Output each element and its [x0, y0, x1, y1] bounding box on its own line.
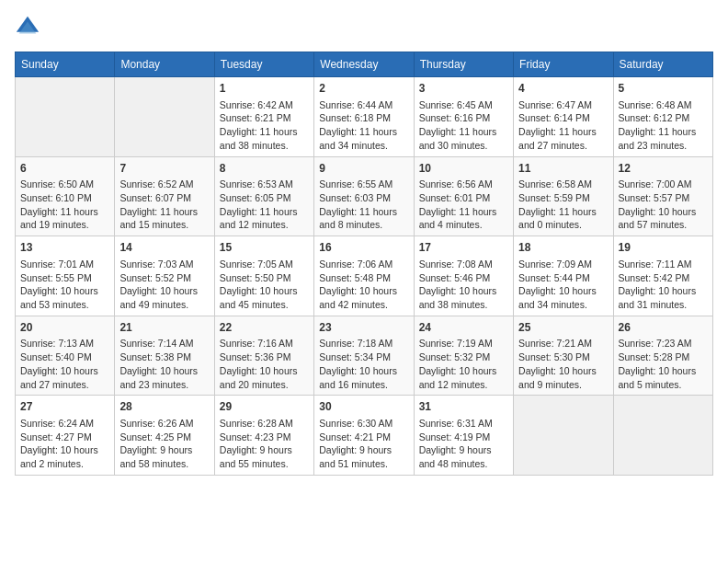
day-number: 30: [319, 399, 408, 415]
calendar-cell: 3Sunrise: 6:45 AMSunset: 6:16 PMDaylight…: [414, 77, 513, 157]
calendar-cell: 30Sunrise: 6:30 AMSunset: 4:21 PMDayligh…: [314, 396, 414, 476]
day-number: 27: [20, 399, 109, 415]
cell-info: Sunrise: 7:09 AMSunset: 5:44 PMDaylight:…: [518, 258, 608, 312]
day-number: 12: [619, 161, 708, 177]
calendar-cell: 4Sunrise: 6:47 AMSunset: 6:14 PMDaylight…: [514, 77, 613, 157]
calendar-cell: 25Sunrise: 7:21 AMSunset: 5:30 PMDayligh…: [514, 316, 613, 396]
calendar-cell: 16Sunrise: 7:06 AMSunset: 5:48 PMDayligh…: [314, 236, 414, 316]
cell-info: Sunrise: 6:58 AMSunset: 5:59 PMDaylight:…: [518, 178, 608, 232]
day-number: 9: [319, 161, 408, 177]
cell-info: Sunrise: 7:21 AMSunset: 5:30 PMDaylight:…: [518, 337, 608, 391]
cell-info: Sunrise: 7:16 AMSunset: 5:36 PMDaylight:…: [220, 337, 309, 391]
day-of-week-header: Wednesday: [314, 52, 414, 77]
cell-info: Sunrise: 7:19 AMSunset: 5:32 PMDaylight:…: [419, 337, 508, 391]
cell-info: Sunrise: 7:00 AMSunset: 5:57 PMDaylight:…: [619, 178, 708, 232]
cell-info: Sunrise: 6:44 AMSunset: 6:18 PMDaylight:…: [319, 98, 408, 153]
calendar-cell: [613, 396, 712, 476]
cell-info: Sunrise: 7:11 AMSunset: 5:42 PMDaylight:…: [619, 258, 708, 312]
calendar-cell: 17Sunrise: 7:08 AMSunset: 5:46 PMDayligh…: [414, 236, 513, 316]
cell-info: Sunrise: 7:06 AMSunset: 5:48 PMDaylight:…: [319, 258, 408, 312]
day-of-week-header: Tuesday: [214, 52, 313, 77]
cell-info: Sunrise: 6:56 AMSunset: 6:01 PMDaylight:…: [419, 178, 508, 232]
day-number: 31: [419, 399, 508, 415]
cell-info: Sunrise: 6:53 AMSunset: 6:05 PMDaylight:…: [220, 178, 309, 232]
calendar-cell: 28Sunrise: 6:26 AMSunset: 4:25 PMDayligh…: [115, 396, 214, 476]
calendar-cell: [16, 77, 115, 157]
day-number: 17: [419, 240, 508, 256]
cell-info: Sunrise: 7:05 AMSunset: 5:50 PMDaylight:…: [220, 258, 309, 312]
cell-info: Sunrise: 6:48 AMSunset: 6:12 PMDaylight:…: [619, 98, 708, 153]
day-number: 3: [419, 81, 508, 97]
page-header: [15, 15, 713, 40]
day-of-week-header: Friday: [514, 52, 613, 77]
calendar-cell: 24Sunrise: 7:19 AMSunset: 5:32 PMDayligh…: [414, 316, 513, 396]
calendar-cell: 2Sunrise: 6:44 AMSunset: 6:18 PMDaylight…: [314, 77, 414, 157]
calendar-cell: 6Sunrise: 6:50 AMSunset: 6:10 PMDaylight…: [16, 156, 115, 236]
cell-info: Sunrise: 6:50 AMSunset: 6:10 PMDaylight:…: [20, 178, 109, 232]
cell-info: Sunrise: 6:26 AMSunset: 4:25 PMDaylight:…: [119, 417, 209, 471]
day-number: 15: [220, 240, 309, 256]
day-number: 1: [220, 81, 309, 97]
day-number: 25: [518, 320, 608, 336]
day-number: 14: [119, 240, 209, 256]
calendar-cell: 22Sunrise: 7:16 AMSunset: 5:36 PMDayligh…: [214, 316, 313, 396]
calendar-cell: 14Sunrise: 7:03 AMSunset: 5:52 PMDayligh…: [115, 236, 214, 316]
calendar-cell: 18Sunrise: 7:09 AMSunset: 5:44 PMDayligh…: [514, 236, 613, 316]
cell-info: Sunrise: 6:24 AMSunset: 4:27 PMDaylight:…: [20, 417, 109, 471]
calendar-cell: 23Sunrise: 7:18 AMSunset: 5:34 PMDayligh…: [314, 316, 414, 396]
day-number: 20: [20, 320, 109, 336]
day-number: 4: [518, 81, 608, 97]
calendar-cell: 12Sunrise: 7:00 AMSunset: 5:57 PMDayligh…: [613, 156, 712, 236]
calendar-cell: 8Sunrise: 6:53 AMSunset: 6:05 PMDaylight…: [214, 156, 313, 236]
day-number: 18: [518, 240, 608, 256]
calendar-week-row: 27Sunrise: 6:24 AMSunset: 4:27 PMDayligh…: [16, 396, 713, 476]
day-number: 26: [619, 320, 708, 336]
cell-info: Sunrise: 6:31 AMSunset: 4:19 PMDaylight:…: [419, 417, 508, 471]
cell-info: Sunrise: 6:28 AMSunset: 4:23 PMDaylight:…: [220, 417, 309, 471]
day-number: 13: [20, 240, 109, 256]
day-of-week-header: Sunday: [16, 52, 115, 77]
day-number: 8: [220, 161, 309, 177]
day-number: 16: [319, 240, 408, 256]
day-number: 23: [319, 320, 408, 336]
calendar-cell: 11Sunrise: 6:58 AMSunset: 5:59 PMDayligh…: [514, 156, 613, 236]
day-of-week-header: Saturday: [613, 52, 712, 77]
logo: [15, 15, 44, 40]
logo-icon: [15, 15, 40, 40]
cell-info: Sunrise: 7:13 AMSunset: 5:40 PMDaylight:…: [20, 337, 109, 391]
calendar-header-row: SundayMondayTuesdayWednesdayThursdayFrid…: [16, 52, 713, 77]
cell-info: Sunrise: 6:52 AMSunset: 6:07 PMDaylight:…: [119, 178, 209, 232]
day-number: 10: [419, 161, 508, 177]
calendar-cell: 21Sunrise: 7:14 AMSunset: 5:38 PMDayligh…: [115, 316, 214, 396]
calendar-cell: 20Sunrise: 7:13 AMSunset: 5:40 PMDayligh…: [16, 316, 115, 396]
calendar-week-row: 6Sunrise: 6:50 AMSunset: 6:10 PMDaylight…: [16, 156, 713, 236]
day-of-week-header: Thursday: [414, 52, 513, 77]
calendar-cell: 10Sunrise: 6:56 AMSunset: 6:01 PMDayligh…: [414, 156, 513, 236]
day-number: 7: [119, 161, 209, 177]
calendar-cell: 26Sunrise: 7:23 AMSunset: 5:28 PMDayligh…: [613, 316, 712, 396]
day-number: 24: [419, 320, 508, 336]
day-number: 19: [619, 240, 708, 256]
calendar-cell: 9Sunrise: 6:55 AMSunset: 6:03 PMDaylight…: [314, 156, 414, 236]
calendar-cell: 13Sunrise: 7:01 AMSunset: 5:55 PMDayligh…: [16, 236, 115, 316]
cell-info: Sunrise: 7:08 AMSunset: 5:46 PMDaylight:…: [419, 258, 508, 312]
calendar-cell: 15Sunrise: 7:05 AMSunset: 5:50 PMDayligh…: [214, 236, 313, 316]
calendar-week-row: 1Sunrise: 6:42 AMSunset: 6:21 PMDaylight…: [16, 77, 713, 157]
calendar-cell: 19Sunrise: 7:11 AMSunset: 5:42 PMDayligh…: [613, 236, 712, 316]
cell-info: Sunrise: 7:23 AMSunset: 5:28 PMDaylight:…: [619, 337, 708, 391]
cell-info: Sunrise: 6:30 AMSunset: 4:21 PMDaylight:…: [319, 417, 408, 471]
cell-info: Sunrise: 6:47 AMSunset: 6:14 PMDaylight:…: [518, 98, 608, 153]
calendar-week-row: 13Sunrise: 7:01 AMSunset: 5:55 PMDayligh…: [16, 236, 713, 316]
cell-info: Sunrise: 6:45 AMSunset: 6:16 PMDaylight:…: [419, 98, 508, 153]
calendar-cell: [514, 396, 613, 476]
calendar-cell: 5Sunrise: 6:48 AMSunset: 6:12 PMDaylight…: [613, 77, 712, 157]
day-number: 5: [619, 81, 708, 97]
day-number: 21: [119, 320, 209, 336]
cell-info: Sunrise: 7:03 AMSunset: 5:52 PMDaylight:…: [119, 258, 209, 312]
day-number: 11: [518, 161, 608, 177]
day-number: 6: [20, 161, 109, 177]
cell-info: Sunrise: 7:18 AMSunset: 5:34 PMDaylight:…: [319, 337, 408, 391]
day-number: 22: [220, 320, 309, 336]
day-number: 28: [119, 399, 209, 415]
cell-info: Sunrise: 7:01 AMSunset: 5:55 PMDaylight:…: [20, 258, 109, 312]
